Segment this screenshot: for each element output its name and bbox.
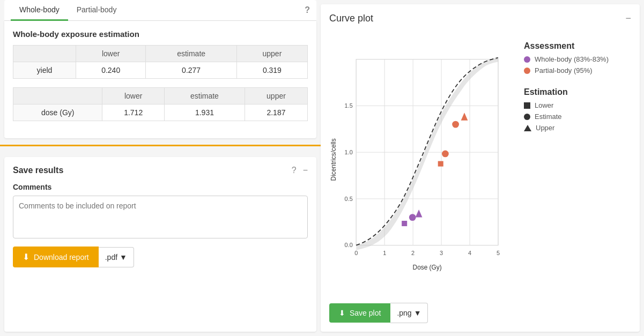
legend-upper: Upper <box>524 124 631 132</box>
tabs-container: Whole-body Partial-body ? <box>4 0 316 21</box>
tab-whole-body[interactable]: Whole-body <box>11 0 68 21</box>
save-plot-icon: ⬇ <box>339 309 345 317</box>
svg-text:0.0: 0.0 <box>345 242 353 248</box>
yield-lower: 0.240 <box>76 62 146 79</box>
save-results-card: Save results ? − Comments ⬇ Download rep… <box>4 157 316 332</box>
yield-col-estimate: estimate <box>146 46 236 62</box>
curve-minimize-icon[interactable]: − <box>625 13 631 24</box>
download-icon: ⬇ <box>23 252 29 262</box>
download-row: ⬇ Download report .pdf ▼ <box>13 247 308 267</box>
table-row: dose (Gy) 1.712 1.931 2.187 <box>13 104 308 121</box>
chart-area: 0.0 0.5 1.0 1.5 0 1 2 3 4 5 Dose (Gy) Di… <box>329 31 515 298</box>
save-minimize-icon[interactable]: − <box>303 166 308 175</box>
tabs-help-icon[interactable]: ? <box>305 5 310 15</box>
plot-format-dropdown-icon: ▼ <box>414 309 421 317</box>
dose-lower: 1.712 <box>102 104 165 121</box>
yield-upper: 0.319 <box>236 62 307 79</box>
svg-text:Dicentrics/cells: Dicentrics/cells <box>330 138 337 181</box>
plot-format-button[interactable]: .png ▼ <box>390 303 428 323</box>
chart-legend-container: 0.0 0.5 1.0 1.5 0 1 2 3 4 5 Dose (Gy) Di… <box>329 31 631 298</box>
legend-area: Assessment Whole-body (83%-83%) Partial-… <box>524 31 631 298</box>
whole-body-legend-label: Whole-body (83%-83%) <box>535 55 609 63</box>
upper-legend-triangle <box>524 125 531 131</box>
svg-text:3: 3 <box>440 250 443 256</box>
legend-whole-body: Whole-body (83%-83%) <box>524 55 631 63</box>
download-report-button[interactable]: ⬇ Download report <box>13 247 99 267</box>
partial-body-estimate-circle <box>442 151 449 158</box>
partial-body-lower-square <box>438 161 443 167</box>
svg-text:1.5: 1.5 <box>345 102 353 109</box>
partial-body-estimate-circle2 <box>452 121 459 128</box>
dose-col-estimate: estimate <box>164 88 245 104</box>
table-row: yield 0.240 0.277 0.319 <box>13 62 308 79</box>
legend-estimate: Estimate <box>524 113 631 121</box>
yield-label: yield <box>13 62 76 79</box>
svg-text:4: 4 <box>468 250 471 256</box>
svg-text:0.5: 0.5 <box>345 196 353 202</box>
whole-body-estimate-circle <box>409 214 416 221</box>
yield-col-upper: upper <box>236 46 307 62</box>
save-plot-row: ⬇ Save plot .png ▼ <box>329 303 631 323</box>
estimation-legend-title: Estimation <box>524 87 631 97</box>
whole-body-lower-square <box>402 221 407 226</box>
dose-label: dose (Gy) <box>13 104 102 121</box>
svg-text:Dose (Gy): Dose (Gy) <box>413 264 442 271</box>
whole-body-legend-dot <box>524 56 530 63</box>
legend-lower: Lower <box>524 101 631 109</box>
right-panel: Curve plot − <box>321 4 640 332</box>
format-label: .pdf <box>105 253 117 262</box>
estimate-legend-circle <box>524 114 530 120</box>
save-card-icons: ? − <box>292 166 308 175</box>
partial-body-legend-label: Partial-body (95%) <box>535 66 593 74</box>
yield-estimate: 0.277 <box>146 62 236 79</box>
svg-text:1.0: 1.0 <box>345 149 353 155</box>
save-card-header: Save results ? − <box>13 166 308 175</box>
save-plot-button[interactable]: ⬇ Save plot <box>329 303 390 323</box>
legend-partial-body: Partial-body (95%) <box>524 66 631 74</box>
lower-legend-label: Lower <box>535 101 553 109</box>
svg-text:0: 0 <box>354 250 358 256</box>
save-results-title: Save results <box>13 166 63 175</box>
estimation-title: Whole-body exposure estimation <box>13 29 308 39</box>
dropdown-arrow-icon: ▼ <box>120 253 127 262</box>
dose-col-lower: lower <box>102 88 165 104</box>
dose-table: lower estimate upper dose (Gy) 1.712 1.9… <box>13 87 308 121</box>
format-selector-button[interactable]: .pdf ▼ <box>99 247 134 267</box>
comments-textarea[interactable] <box>13 196 308 238</box>
plot-format-label: .png <box>397 309 411 317</box>
save-help-icon[interactable]: ? <box>292 166 297 175</box>
estimation-card: Whole-body exposure estimation lower est… <box>4 21 316 138</box>
tab-partial-body[interactable]: Partial-body <box>68 0 125 21</box>
comments-label: Comments <box>13 183 308 191</box>
curve-plot-title: Curve plot <box>329 13 373 24</box>
download-button-label: Download report <box>34 253 89 262</box>
save-plot-label: Save plot <box>350 309 381 317</box>
upper-legend-label: Upper <box>536 124 554 132</box>
section-separator <box>0 145 321 146</box>
yield-col-lower: lower <box>76 46 146 62</box>
assessment-legend-title: Assessment <box>524 41 631 51</box>
svg-text:2: 2 <box>411 250 414 256</box>
svg-text:1: 1 <box>383 250 386 256</box>
right-panel-header: Curve plot − <box>329 13 631 24</box>
lower-legend-square <box>524 102 530 109</box>
dose-upper: 2.187 <box>245 104 307 121</box>
curve-plot-svg: 0.0 0.5 1.0 1.5 0 1 2 3 4 5 Dose (Gy) Di… <box>329 31 515 298</box>
svg-text:5: 5 <box>497 250 500 256</box>
dose-col-empty <box>13 88 102 104</box>
yield-col-empty <box>13 46 76 62</box>
yield-table: lower estimate upper yield 0.240 0.277 0… <box>13 45 308 79</box>
dose-col-upper: upper <box>245 88 307 104</box>
estimate-legend-label: Estimate <box>535 113 562 121</box>
dose-estimate: 1.931 <box>164 104 245 121</box>
partial-body-legend-dot <box>524 68 530 74</box>
